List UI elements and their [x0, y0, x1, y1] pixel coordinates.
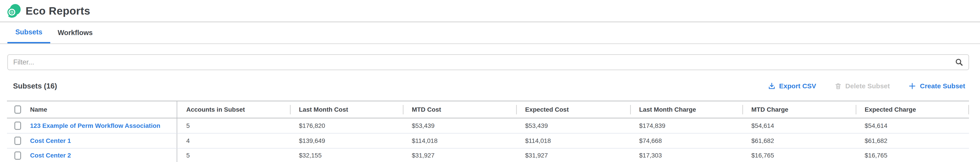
search-icon	[955, 58, 963, 66]
cell-last-month-cost: $32,155	[290, 149, 403, 162]
cell-mtd-charge: $16,765	[742, 149, 856, 162]
eco-logo-icon	[6, 3, 21, 18]
delete-subset-button[interactable]: Delete Subset	[835, 82, 890, 90]
row-name-cell: Cost Center 1	[7, 133, 177, 148]
tab-bar: Subsets Workflows	[0, 22, 980, 44]
cell-last-month-cost: $176,820	[290, 119, 403, 133]
page-title: Eco Reports	[25, 5, 90, 17]
subsets-table: Name Accounts in Subset Last Month Cost …	[7, 101, 969, 162]
cell-last-month-charge: $174,839	[630, 119, 742, 133]
row-checkbox[interactable]	[14, 136, 21, 145]
delete-subset-label: Delete Subset	[845, 82, 890, 90]
cell-mtd-charge: $61,682	[742, 133, 856, 148]
column-header: Name	[30, 106, 47, 113]
subset-name-link[interactable]: Cost Center 1	[30, 137, 71, 144]
table-actions: Export CSV Delete Subset Create Subset	[768, 82, 965, 90]
column-header: Accounts in Subset	[186, 106, 245, 113]
cell-last-month-charge: $17,303	[630, 149, 742, 162]
column-header: MTD Cost	[412, 106, 441, 113]
cell-accounts: 5	[177, 149, 290, 162]
table-row: Cost Center 1 4 $139,649 $114,018 $114,0…	[7, 133, 969, 149]
row-name-cell: 123 Example of Perm Workflow Association	[7, 119, 177, 133]
row-checkbox[interactable]	[14, 122, 21, 130]
cell-last-month-cost: $139,649	[290, 133, 403, 148]
cell-mtd-cost: $114,018	[403, 133, 516, 148]
export-csv-label: Export CSV	[779, 82, 816, 90]
table-row: 123 Example of Perm Workflow Association…	[7, 119, 969, 133]
cell-mtd-cost: $31,927	[403, 149, 516, 162]
filter-container	[7, 55, 969, 70]
create-subset-label: Create Subset	[920, 82, 965, 90]
cell-last-month-charge: $74,668	[630, 133, 742, 148]
app-header: Eco Reports	[0, 0, 980, 22]
export-csv-button[interactable]: Export CSV	[768, 82, 816, 90]
cell-accounts: 4	[177, 133, 290, 148]
cell-expected-charge: $61,682	[856, 133, 969, 148]
cell-mtd-charge: $54,614	[742, 119, 856, 133]
trash-icon	[835, 82, 842, 90]
cell-expected-cost: $53,439	[516, 119, 630, 133]
row-name-cell: Cost Center 2	[7, 149, 177, 162]
section-bar: Subsets (16) Export CSV Delete Subset Cr…	[7, 79, 965, 93]
header-cell-mtd-charge: MTD Charge	[742, 101, 856, 118]
filter-input[interactable]	[7, 55, 969, 70]
subset-name-link[interactable]: Cost Center 2	[30, 152, 71, 159]
column-header: MTD Charge	[751, 106, 788, 113]
header-cell-last-month-cost: Last Month Cost	[290, 101, 403, 118]
header-cell-mtd-cost: MTD Cost	[403, 101, 516, 118]
tab-workflows[interactable]: Workflows	[50, 22, 100, 43]
cell-expected-charge: $16,765	[856, 149, 969, 162]
column-header: Last Month Charge	[639, 106, 696, 113]
column-header: Last Month Cost	[299, 106, 348, 113]
header-cell-name: Name	[7, 101, 177, 118]
cell-expected-charge: $54,614	[856, 119, 969, 133]
header-cell-expected-charge: Expected Charge	[856, 101, 969, 118]
header-cell-accounts: Accounts in Subset	[177, 101, 290, 118]
section-heading: Subsets (16)	[13, 82, 57, 90]
column-header: Expected Cost	[525, 106, 569, 113]
header-cell-last-month-charge: Last Month Charge	[630, 101, 742, 118]
tab-workflows-label: Workflows	[58, 29, 93, 37]
select-all-checkbox[interactable]	[14, 105, 21, 114]
cell-mtd-cost: $53,439	[403, 119, 516, 133]
create-subset-button[interactable]: Create Subset	[908, 82, 965, 90]
cell-accounts: 5	[177, 119, 290, 133]
plus-icon	[908, 82, 916, 90]
column-header: Expected Charge	[865, 106, 916, 113]
header-cell-expected-cost: Expected Cost	[516, 101, 630, 118]
download-icon	[768, 82, 776, 90]
tab-subsets-label: Subsets	[15, 28, 42, 36]
cell-expected-cost: $114,018	[516, 133, 630, 148]
subset-name-link[interactable]: 123 Example of Perm Workflow Association	[30, 122, 160, 130]
table-header-row: Name Accounts in Subset Last Month Cost …	[7, 101, 969, 119]
table-row: Cost Center 2 5 $32,155 $31,927 $31,927 …	[7, 149, 969, 162]
row-checkbox[interactable]	[14, 151, 21, 160]
cell-expected-cost: $31,927	[516, 149, 630, 162]
tab-subsets[interactable]: Subsets	[7, 22, 50, 43]
